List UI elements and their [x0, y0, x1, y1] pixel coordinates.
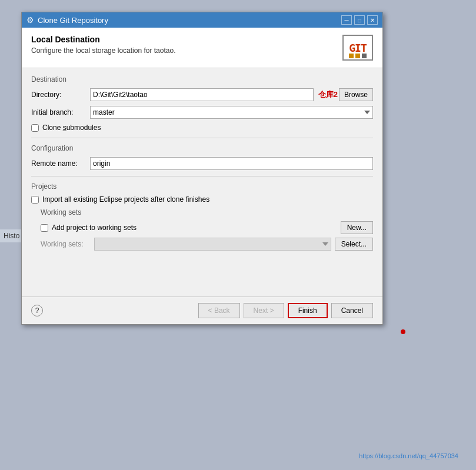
- dialog-icon: ⚙: [26, 15, 34, 25]
- dialog-header-text: Local Destination Configure the local st…: [31, 35, 175, 55]
- browse-button[interactable]: Browse: [339, 88, 373, 101]
- git-logo-bottom: [349, 54, 367, 58]
- working-sets-select-row: Working sets: Select...: [41, 238, 373, 251]
- git-logo-square-2: [355, 54, 360, 58]
- git-logo-square-3: [362, 54, 367, 58]
- remote-name-label: Remote name:: [31, 159, 90, 168]
- configuration-section-label: Configuration: [31, 144, 373, 152]
- directory-label: Directory:: [31, 91, 90, 99]
- clone-submodules-checkbox[interactable]: [31, 124, 39, 132]
- working-sets-select[interactable]: [94, 238, 331, 251]
- git-logo-text: GIT: [349, 42, 367, 54]
- directory-row: Directory: 仓库2 Browse: [31, 88, 373, 101]
- close-button[interactable]: ✕: [367, 15, 378, 25]
- red-dot-indicator: [401, 329, 405, 334]
- title-bar-left: ⚙ Clone Git Repository: [26, 15, 108, 25]
- finish-button[interactable]: Finish: [288, 303, 328, 318]
- directory-input[interactable]: [90, 88, 314, 101]
- remote-name-row: Remote name:: [31, 157, 373, 170]
- git-logo-square-1: [349, 54, 354, 58]
- clone-git-dialog: ⚙ Clone Git Repository ─ □ ✕ Local Desti…: [21, 12, 383, 325]
- select-working-set-button[interactable]: Select...: [335, 238, 373, 251]
- working-sets-section-label: Working sets: [41, 208, 373, 216]
- new-working-set-button[interactable]: New...: [341, 221, 373, 234]
- add-to-working-sets-checkbox[interactable]: [41, 224, 48, 232]
- watermark: https://blog.csdn.net/qq_44757034: [359, 452, 458, 459]
- initial-branch-row: Initial branch: master: [31, 106, 373, 119]
- back-button[interactable]: < Back: [198, 303, 240, 318]
- title-bar: ⚙ Clone Git Repository ─ □ ✕: [22, 12, 382, 28]
- working-sets-label: Working sets:: [41, 240, 91, 248]
- clone-submodules-label: Clone submodules: [42, 124, 101, 132]
- sidebar-hint: Histo: [0, 229, 24, 242]
- dialog-header: Local Destination Configure the local st…: [22, 28, 382, 68]
- next-button[interactable]: Next >: [244, 303, 284, 318]
- dialog-footer: ? < Back Next > Finish Cancel: [22, 296, 382, 324]
- projects-section-label: Projects: [31, 182, 373, 191]
- dialog-header-subtitle: Configure the local storage location for…: [31, 46, 175, 55]
- clone-submodules-row: Clone submodules: [31, 124, 373, 132]
- import-eclipse-row: Import all existing Eclipse projects aft…: [31, 195, 373, 204]
- directory-input-wrapper: 仓库2: [90, 88, 338, 101]
- destination-section-label: Destination: [31, 75, 373, 84]
- import-eclipse-label: Import all existing Eclipse projects aft…: [42, 195, 209, 204]
- initial-branch-select[interactable]: master: [90, 106, 373, 119]
- body-spacer: [31, 254, 373, 289]
- working-sets-section: Working sets Add project to working sets…: [41, 208, 373, 251]
- maximize-button[interactable]: □: [354, 15, 365, 25]
- dialog-title: Clone Git Repository: [38, 16, 108, 25]
- cancel-button[interactable]: Cancel: [331, 303, 373, 318]
- import-eclipse-checkbox[interactable]: [31, 196, 39, 204]
- title-bar-controls: ─ □ ✕: [341, 15, 378, 25]
- add-working-sets-row: Add project to working sets New...: [41, 221, 373, 234]
- remote-name-input[interactable]: [90, 157, 373, 170]
- add-to-working-sets-label: Add project to working sets: [52, 224, 137, 232]
- divider-2: [31, 176, 373, 176]
- help-button[interactable]: ?: [31, 305, 43, 316]
- dialog-body: Destination Directory: 仓库2 Browse Initia…: [22, 68, 382, 296]
- divider-1: [31, 138, 373, 138]
- directory-annotation: 仓库2: [318, 89, 338, 100]
- git-logo: GIT: [342, 35, 373, 61]
- initial-branch-label: Initial branch:: [31, 108, 90, 116]
- minimize-button[interactable]: ─: [341, 15, 352, 25]
- dialog-header-title: Local Destination: [31, 35, 175, 44]
